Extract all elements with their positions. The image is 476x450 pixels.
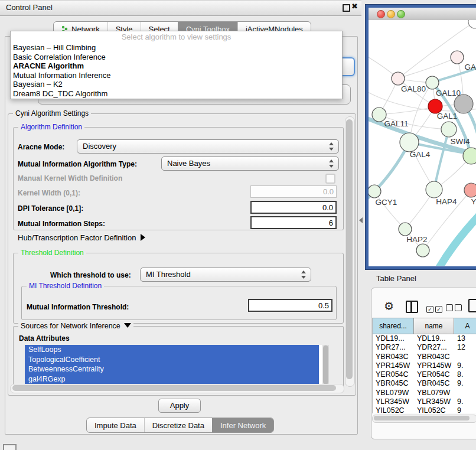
algorithm-definition-title: Algorithm Definition	[18, 123, 84, 131]
dropdown-item[interactable]: Bayesian – Hill Climbing	[11, 43, 342, 53]
tab-infer-network[interactable]: Infer Network	[212, 418, 273, 432]
float-panel-icon[interactable]	[343, 4, 350, 12]
stepper-arrows-icon	[301, 270, 306, 279]
table-row[interactable]: YBL079W YBL079W	[373, 389, 476, 397]
network-node[interactable]	[426, 76, 439, 89]
mi-algorithm-type-label: Mutual Information Algorithm Type:	[18, 160, 137, 168]
mi-threshold-input[interactable]	[248, 299, 332, 312]
table-row[interactable]: YBR043C YBR043C	[373, 353, 476, 361]
table-row[interactable]: YLR345W YLR345W 9.	[373, 397, 476, 406]
select-all-checkboxes-icon[interactable]: ✓✓	[426, 303, 444, 314]
attribute-list-scrollbar[interactable]	[322, 345, 329, 386]
network-node[interactable]	[400, 133, 419, 152]
tab-impute-data[interactable]: Impute Data	[87, 418, 144, 432]
hub-definition-expander[interactable]: Hub/Transcription Factor Definition	[18, 233, 145, 242]
threshold-definition-title: Threshold Definition	[18, 249, 86, 257]
table-horizontal-scrollbar[interactable]	[372, 415, 476, 423]
close-window-button[interactable]	[377, 10, 385, 18]
attribute-item-selected[interactable]: SelfLoops	[25, 345, 319, 355]
network-node[interactable]	[463, 148, 476, 164]
network-node-label: SWI4	[450, 137, 470, 146]
network-window-titlebar[interactable]	[369, 8, 476, 21]
manual-kernel-width-label: Manual Kernel Width Definition	[18, 174, 122, 182]
data-attributes-label: Data Attributes	[19, 334, 70, 343]
which-threshold-combo[interactable]: MI Threshold	[140, 268, 311, 282]
network-canvas[interactable]: GALGAL80GAL10GAL1GAL11SWI4GAL4GCY1HAP4YH…	[369, 20, 476, 266]
network-node-label: Y	[471, 197, 476, 206]
column-header-name[interactable]: name	[414, 318, 454, 334]
table-row[interactable]: YPR145W YPR145W 9.	[373, 361, 476, 370]
network-node-label: GAL11	[384, 119, 408, 128]
network-node[interactable]	[399, 223, 412, 236]
network-node[interactable]	[416, 244, 429, 257]
dropdown-item[interactable]: Dream8 DC_TDC Algorithm	[11, 89, 342, 99]
table-panel-title: Table Panel	[376, 274, 416, 283]
network-node[interactable]	[441, 122, 457, 137]
table-row[interactable]: YDL19... YDL19... 13	[373, 334, 476, 343]
network-node[interactable]	[464, 183, 476, 197]
network-node-label: GAL	[464, 63, 476, 71]
deselect-all-checkboxes-icon[interactable]	[446, 303, 464, 314]
settings-horizontal-scrollbar[interactable]	[10, 384, 344, 393]
network-node-label: GAL10	[436, 89, 461, 97]
sources-title[interactable]: Sources for Network Inference	[18, 322, 133, 330]
network-node-label: HAP2	[406, 235, 427, 244]
aracne-mode-label: Aracne Mode:	[18, 143, 64, 151]
network-node[interactable]	[451, 51, 464, 64]
attribute-item-selected[interactable]: TopologicalCoefficient	[25, 355, 319, 365]
table-row[interactable]: YDR27... YDR27... 12	[373, 343, 476, 352]
stepper-arrows-icon	[329, 142, 334, 151]
mi-steps-label: Mutual Information Steps:	[18, 220, 105, 228]
control-panel-titlebar: Control Panel ✖	[0, 0, 361, 16]
algorithm-dropdown-popup: Select algorithm to view settings Bayesi…	[10, 31, 343, 99]
network-node-label: GCY1	[376, 198, 397, 207]
dropdown-item[interactable]: Mutual Information Inference	[11, 71, 342, 80]
stepper-arrows-icon	[329, 159, 334, 168]
mi-steps-input[interactable]	[250, 216, 337, 229]
zoom-window-button[interactable]	[397, 10, 405, 18]
table-row[interactable]: YER054C YER054C 8.	[373, 370, 476, 379]
kernel-width-input	[250, 185, 337, 198]
table-row[interactable]: YIL052C YIL052C 9	[373, 406, 476, 413]
node-table: shared... name A YDL19... YDL19... 13 YD…	[372, 318, 476, 413]
network-node[interactable]	[369, 185, 381, 198]
expander-arrow-right-icon	[141, 234, 145, 241]
attribute-item-selected[interactable]: BetweennessCentrality	[25, 364, 319, 374]
column-visibility-icon[interactable]	[406, 301, 418, 313]
dpi-tolerance-input[interactable]	[250, 201, 337, 214]
network-node[interactable]	[468, 20, 476, 28]
network-node-label: GAL80	[401, 84, 426, 93]
table-settings-gear-icon[interactable]: ⚙	[384, 299, 394, 313]
network-node-label: GAL4	[410, 150, 431, 159]
network-node[interactable]	[392, 72, 405, 85]
expander-arrow-down-icon	[124, 323, 131, 328]
apply-button[interactable]: Apply	[158, 399, 201, 413]
table-row[interactable]: YBR045C YBR045C 9.	[373, 379, 476, 388]
dropdown-prompt: Select algorithm to view settings	[11, 31, 342, 43]
column-header-shared-name[interactable]: shared...	[373, 318, 414, 334]
mi-threshold-definition-title: MI Threshold Definition	[27, 282, 104, 290]
dropdown-item[interactable]: ARACNE Algorithm	[11, 61, 342, 71]
aracne-mode-combo[interactable]: Discovery	[77, 139, 339, 154]
settings-vertical-scrollbar[interactable]	[345, 116, 355, 387]
attribute-item-selected[interactable]: gal4RGexp	[25, 374, 319, 384]
export-table-icon[interactable]	[468, 299, 476, 312]
close-panel-icon[interactable]: ✖	[351, 2, 358, 11]
data-attributes-list: SelfLoopsTopologicalCoefficientBetweenne…	[25, 345, 329, 386]
column-header-partial[interactable]: A	[454, 318, 476, 334]
bottom-tabs: Impute Data Discretize Data Infer Networ…	[86, 418, 274, 433]
dropdown-item[interactable]: Bayesian – K2	[11, 80, 342, 89]
kernel-width-label: Kernel Width (0,1):	[18, 189, 80, 197]
which-threshold-label: Which threshold to use:	[50, 271, 131, 279]
tab-discretize-data[interactable]: Discretize Data	[144, 418, 212, 432]
minimize-window-button[interactable]	[387, 10, 395, 18]
dropdown-item[interactable]: Basic Correlation Inference	[11, 53, 342, 62]
split-pane-collapse-handle[interactable]	[359, 217, 363, 223]
network-node-label: GAL1	[437, 112, 458, 120]
manual-kernel-width-checkbox	[325, 174, 335, 184]
mi-algorithm-type-combo[interactable]: Naive Bayes	[161, 156, 339, 171]
panel-grip[interactable]	[3, 444, 17, 450]
mi-threshold-label: Mutual Information Threshold:	[27, 303, 129, 311]
network-node[interactable]	[426, 181, 442, 198]
table-header: shared... name A	[373, 318, 476, 334]
